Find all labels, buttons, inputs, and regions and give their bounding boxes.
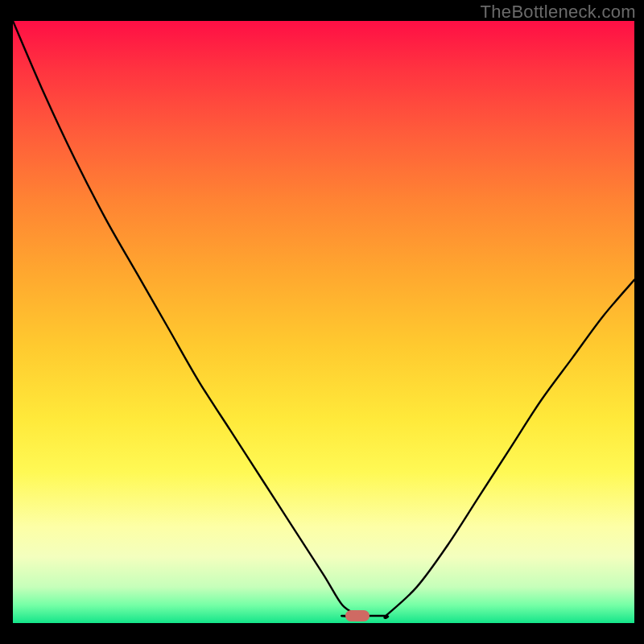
watermark-text: TheBottleneck.com	[481, 2, 636, 23]
curve-path	[13, 21, 634, 618]
chart-stage: TheBottleneck.com	[0, 0, 644, 644]
bottleneck-curve	[13, 21, 634, 623]
optimal-point-marker	[345, 610, 369, 621]
